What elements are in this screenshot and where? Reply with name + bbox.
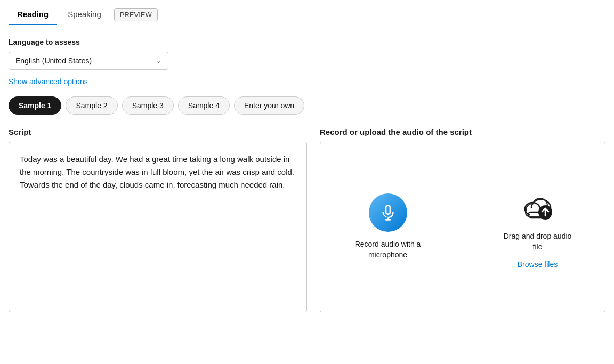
script-section: Script Today was a beautiful day. We had… (9, 127, 307, 312)
microphone-icon (379, 204, 397, 221)
tab-preview[interactable]: PREVIEW (114, 8, 158, 21)
sample-buttons-group: Sample 1 Sample 2 Sample 3 Sample 4 Ente… (9, 96, 605, 115)
microphone-button[interactable] (369, 193, 407, 232)
tab-speaking[interactable]: Speaking (59, 4, 110, 25)
cloud-upload-icon-wrapper (519, 185, 557, 224)
advanced-options-link[interactable]: Show advanced options (9, 77, 88, 86)
upload-divider (463, 166, 463, 288)
sample-btn-enter-own[interactable]: Enter your own (234, 96, 304, 115)
record-option[interactable]: Record audio with a microphone (353, 193, 423, 260)
language-selected-value: English (United States) (15, 56, 92, 65)
upload-section: Record or upload the audio of the script… (320, 127, 605, 312)
language-label: Language to assess (9, 38, 605, 46)
sample-btn-1[interactable]: Sample 1 (9, 96, 61, 115)
sample-btn-3[interactable]: Sample 3 (122, 96, 174, 115)
sample-btn-4[interactable]: Sample 4 (178, 96, 230, 115)
drag-drop-label: Drag and drop audio file (503, 231, 572, 252)
upload-heading: Record or upload the audio of the script (320, 127, 605, 136)
chevron-down-icon: ⌄ (156, 57, 161, 64)
language-dropdown[interactable]: English (United States) ⌄ (9, 52, 168, 70)
sample-btn-2[interactable]: Sample 2 (66, 96, 117, 115)
upload-box: Record audio with a microphone (320, 142, 605, 312)
tabs-bar: Reading Speaking PREVIEW (9, 0, 605, 25)
cloud-upload-icon-clean (519, 185, 557, 224)
browse-files-link[interactable]: Browse files (518, 260, 558, 269)
main-content: Script Today was a beautiful day. We had… (9, 127, 605, 312)
tab-reading[interactable]: Reading (9, 4, 57, 25)
record-label: Record audio with a microphone (353, 239, 423, 260)
script-heading: Script (9, 127, 307, 136)
script-text: Today was a beautiful day. We had a grea… (9, 142, 307, 312)
drag-drop-option[interactable]: Drag and drop audio file Browse files (503, 185, 572, 268)
